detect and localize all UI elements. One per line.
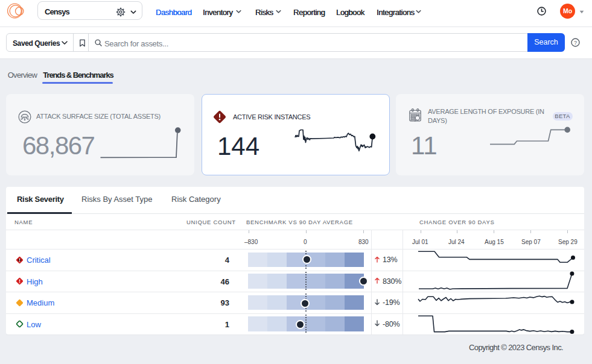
- svg-text:?: ?: [574, 39, 577, 45]
